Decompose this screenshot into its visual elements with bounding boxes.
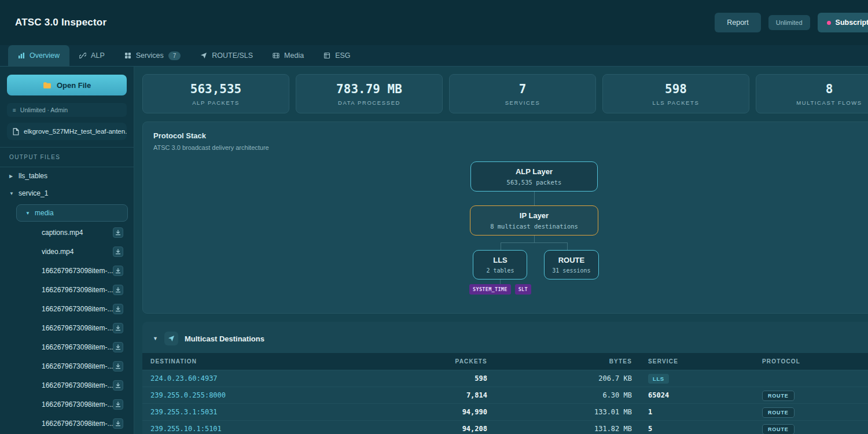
tree-label: media <box>35 209 54 217</box>
tab-alp[interactable]: ALP <box>69 45 115 66</box>
open-file-label: Open File <box>57 81 91 90</box>
table-row[interactable]: 239.255.3.1:503194,990133.01 MB1ROUTE <box>142 404 868 421</box>
service-id: 65024 <box>648 391 669 399</box>
send-icon <box>200 52 207 59</box>
download-button[interactable] <box>113 227 123 238</box>
subscription-button[interactable]: Subscription <box>818 13 868 32</box>
packets-cell: 7,814 <box>403 387 495 404</box>
report-button[interactable]: Report <box>715 13 761 32</box>
file-row[interactable]: 1662679673098item-... <box>0 376 134 395</box>
tab-services[interactable]: Services7 <box>115 45 191 66</box>
header-actions: Report Unlimited Subscription <box>715 13 853 32</box>
table-row[interactable]: 224.0.23.60:4937598206.7 KBLLS <box>142 370 868 387</box>
tab-esg[interactable]: ESG <box>314 45 360 66</box>
file-row[interactable]: 1662679673098item-... <box>0 395 134 414</box>
caret-down-icon: ▼ <box>25 211 30 216</box>
node-subtitle: 2 tables <box>480 267 520 274</box>
tab-media[interactable]: Media <box>263 45 314 66</box>
plan-badge: Unlimited <box>768 15 810 30</box>
file-row[interactable]: captions.mp4 <box>0 223 134 242</box>
destination-cell: 239.255.10.1:5101 <box>142 421 403 434</box>
caret-down-icon[interactable]: ▼ <box>153 336 158 341</box>
connector-line <box>534 236 535 242</box>
file-row[interactable]: 1662679673098item-... <box>0 280 134 299</box>
system-time-badge[interactable]: SYSTEM_TIME <box>469 284 511 295</box>
route-branch: ROUTE 31 sessions <box>544 250 599 279</box>
link-icon <box>79 52 86 59</box>
stat-label: MULTICAST FLOWS <box>796 100 862 106</box>
file-row[interactable]: 1662679673098item-... <box>0 299 134 318</box>
download-button[interactable] <box>113 285 123 295</box>
tab-route-sls[interactable]: ROUTE/SLS <box>190 45 263 66</box>
table-row[interactable]: 239.255.10.1:510194,208131.82 MB5ROUTE <box>142 421 868 434</box>
download-button[interactable] <box>113 266 123 276</box>
tree-item-service-1[interactable]: ▼ service_1 <box>0 185 134 202</box>
panel-title: Protocol Stack <box>153 131 868 140</box>
download-button[interactable] <box>113 418 123 429</box>
tab-bar: OverviewALPServices7ROUTE/SLSMediaESG <box>0 45 868 67</box>
destination-cell: 239.255.0.255:8000 <box>142 387 403 404</box>
tree-item-lls-tables[interactable]: ▶ lls_tables <box>0 167 134 185</box>
stat-card: 8MULTICAST FLOWS <box>756 74 868 113</box>
protocol-cell: ROUTE <box>754 421 868 434</box>
node-ip-layer[interactable]: IP Layer 8 multicast destinations <box>470 205 598 236</box>
plan-text: Unlimited · Admin <box>20 106 68 113</box>
file-name: 1662679673098item-... <box>42 343 113 351</box>
multicast-table-body: 224.0.23.60:4937598206.7 KBLLS239.255.0.… <box>142 370 868 434</box>
file-row[interactable]: 1662679673098item-... <box>0 414 134 433</box>
file-row[interactable]: video.mp4 <box>0 242 134 261</box>
chart-icon <box>18 52 25 59</box>
column-header-bytes: BYTES <box>495 353 640 370</box>
file-row[interactable]: 1662679673098item-... <box>0 337 134 356</box>
file-name: 1662679673098item-... <box>42 420 113 428</box>
node-subtitle: 31 sessions <box>551 267 591 274</box>
caret-right-icon: ▶ <box>9 174 14 179</box>
multicast-header[interactable]: ▼ Multicast Destinations <box>142 328 868 353</box>
node-lls[interactable]: LLS 2 tables <box>473 250 527 279</box>
slt-badge[interactable]: SLT <box>515 284 531 295</box>
download-button[interactable] <box>113 361 123 372</box>
tab-overview[interactable]: Overview <box>8 45 69 66</box>
service-cell: 65024 <box>640 387 754 404</box>
multicast-table: DESTINATIONPACKETSBYTESSERVICEPROTOCOL 2… <box>142 353 868 434</box>
download-button[interactable] <box>113 323 123 333</box>
tree-label: lls_tables <box>19 172 47 180</box>
lls-branch: LLS 2 tables SYSTEM_TIME SLT <box>469 250 531 295</box>
column-header-destination: DESTINATION <box>142 353 403 370</box>
stat-label: SERVICES <box>505 100 540 106</box>
download-button[interactable] <box>113 380 123 391</box>
protocol-badge: ROUTE <box>762 407 795 418</box>
stat-card: 563,535ALP PACKETS <box>142 74 289 113</box>
panel-subtitle: ATSC 3.0 broadcast delivery architecture <box>153 144 868 151</box>
node-title: ROUTE <box>551 256 591 264</box>
destination-cell: 239.255.3.1:5031 <box>142 404 403 421</box>
grid-icon <box>124 52 131 59</box>
loaded-file-name: elkgrove_527MHz_test_leaf-anten... <box>24 128 127 135</box>
tab-count-badge: 7 <box>168 52 181 60</box>
file-row[interactable]: 1662679673098item-... <box>0 318 134 337</box>
file-row[interactable]: 1662679673098item-... <box>0 356 134 376</box>
download-button[interactable] <box>113 342 123 352</box>
node-route[interactable]: ROUTE 31 sessions <box>544 250 599 279</box>
tree-item-media[interactable]: ▼ media <box>16 204 128 222</box>
file-row[interactable]: 1662679673098item-... <box>0 261 134 280</box>
service-cell: LLS <box>640 370 754 387</box>
loaded-file-chip[interactable]: elkgrove_527MHz_test_leaf-anten... <box>7 123 127 140</box>
bytes-cell: 6.30 MB <box>495 387 640 404</box>
stat-value: 598 <box>665 82 687 96</box>
table-row[interactable]: 239.255.0.255:80007,8146.30 MB65024ROUTE <box>142 387 868 404</box>
sidebar: Open File ≡ Unlimited · Admin elkgrove_5… <box>0 67 134 434</box>
caret-down-icon: ▼ <box>9 191 14 196</box>
stat-value: 783.79 MB <box>336 82 402 96</box>
file-name: 1662679673098item-... <box>42 324 113 332</box>
packets-cell: 94,208 <box>403 421 495 434</box>
connector-split <box>501 242 568 250</box>
download-button[interactable] <box>113 399 123 410</box>
service-badge: LLS <box>648 374 669 384</box>
film-icon <box>273 52 279 59</box>
node-alp-layer[interactable]: ALP Layer 563,535 packets <box>470 161 598 192</box>
open-file-button[interactable]: Open File <box>7 75 127 95</box>
download-button[interactable] <box>113 304 123 314</box>
node-subtitle: 8 multicast destinations <box>477 223 591 230</box>
download-button[interactable] <box>113 247 123 257</box>
